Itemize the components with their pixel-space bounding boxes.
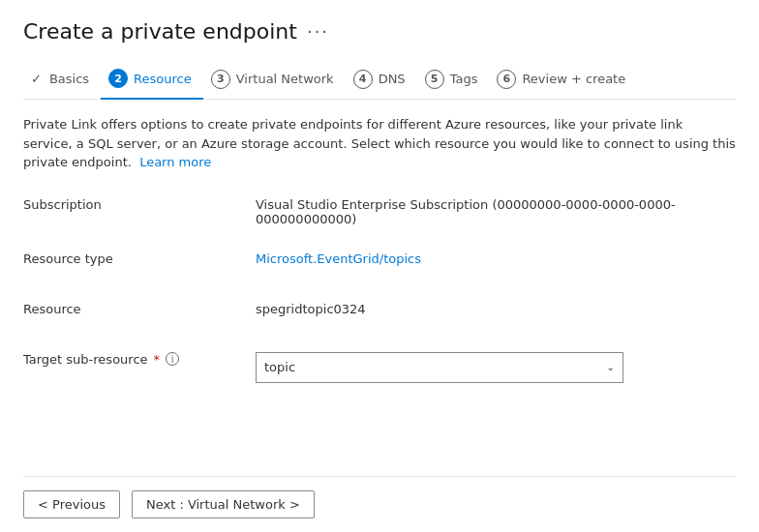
dropdown-control[interactable]: topic ⌄ <box>256 352 623 383</box>
step-dns-number: 4 <box>353 70 373 89</box>
resource-type-row: Resource type Microsoft.EventGrid/topics <box>23 246 736 277</box>
resource-type-value: Microsoft.EventGrid/topics <box>256 246 736 266</box>
resource-label: Resource <box>23 296 256 316</box>
step-tags-number: 5 <box>425 70 444 89</box>
required-indicator: * <box>154 352 161 367</box>
subscription-label: Subscription <box>23 192 256 212</box>
next-button[interactable]: Next : Virtual Network > <box>132 490 315 518</box>
target-sub-resource-label: Target sub-resource * i <box>23 346 256 367</box>
step-vnet-number: 3 <box>211 70 230 89</box>
step-tags[interactable]: 5 Tags <box>417 62 490 99</box>
step-review-create[interactable]: 6 Review + create <box>489 62 637 99</box>
previous-button[interactable]: < Previous <box>23 490 120 518</box>
step-review-number: 6 <box>497 70 516 89</box>
step-virtual-network[interactable]: 3 Virtual Network <box>203 62 346 99</box>
page-title: Create a private endpoint <box>23 19 297 44</box>
target-sub-resource-control: topic ⌄ <box>256 346 736 383</box>
step-basics-label: Basics <box>49 72 89 86</box>
learn-more-link[interactable]: Learn more <box>139 155 211 169</box>
step-basics[interactable]: ✓ Basics <box>23 64 101 96</box>
step-dns[interactable]: 4 DNS <box>346 62 417 99</box>
step-resource-number: 2 <box>108 69 128 88</box>
footer: < Previous Next : Virtual Network > <box>23 476 736 532</box>
target-sub-resource-dropdown[interactable]: topic ⌄ <box>256 352 623 383</box>
resource-type-label: Resource type <box>23 246 256 266</box>
step-dns-label: DNS <box>379 72 406 86</box>
resource-row: Resource spegridtopic0324 <box>23 296 736 327</box>
resource-value: spegridtopic0324 <box>256 296 736 316</box>
subscription-value: Visual Studio Enterprise Subscription (0… <box>256 192 736 226</box>
dropdown-selected-value: topic <box>264 360 295 374</box>
description-text: Private Link offers options to create pr… <box>23 115 736 172</box>
subscription-row: Subscription Visual Studio Enterprise Su… <box>23 192 736 226</box>
step-tags-label: Tags <box>450 72 478 86</box>
wizard-steps: ✓ Basics 2 Resource 3 Virtual Network 4 … <box>23 61 736 100</box>
info-icon[interactable]: i <box>166 352 179 366</box>
step-resource-label: Resource <box>134 72 192 86</box>
step-review-label: Review + create <box>522 72 625 86</box>
page-title-area: Create a private endpoint ··· <box>23 19 736 44</box>
step-basics-check: ✓ <box>31 72 42 86</box>
page-title-ellipsis[interactable]: ··· <box>307 21 329 42</box>
target-sub-resource-row: Target sub-resource * i topic ⌄ <box>23 346 736 383</box>
step-resource[interactable]: 2 Resource <box>101 61 203 100</box>
page-container: Create a private endpoint ··· ✓ Basics 2… <box>0 0 759 532</box>
content-area: Private Link offers options to create pr… <box>23 115 736 476</box>
step-vnet-label: Virtual Network <box>236 72 334 86</box>
chevron-down-icon: ⌄ <box>607 362 615 372</box>
